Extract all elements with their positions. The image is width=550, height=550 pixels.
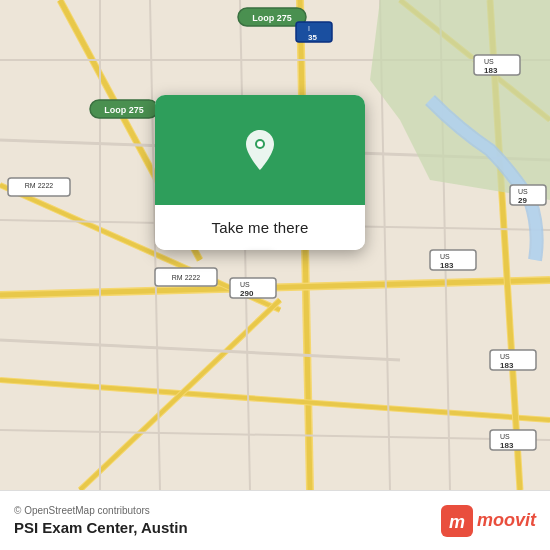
svg-text:m: m [449, 512, 465, 532]
svg-rect-49 [510, 185, 546, 205]
take-me-there-button[interactable]: Take me there [155, 205, 365, 250]
attribution-text: © OpenStreetMap contributors [14, 505, 188, 516]
svg-text:RM 2222: RM 2222 [25, 182, 54, 189]
svg-text:183: 183 [500, 361, 514, 370]
bottom-left: © OpenStreetMap contributors PSI Exam Ce… [14, 505, 188, 536]
location-name: PSI Exam Center, Austin [14, 519, 188, 536]
svg-text:35: 35 [308, 33, 317, 42]
moovit-text: moovit [477, 510, 536, 531]
svg-text:US: US [500, 353, 510, 360]
svg-text:US: US [518, 188, 528, 195]
popup-card: Take me there [155, 95, 365, 250]
svg-text:I: I [308, 25, 310, 32]
popup-green-area [155, 95, 365, 205]
svg-text:Loop 275: Loop 275 [104, 105, 144, 115]
svg-text:RM 2222: RM 2222 [172, 274, 201, 281]
moovit-brand-icon: m [441, 505, 473, 537]
map-container: Loop 275 US 183 Loop 275 RM 2222 RM 2222… [0, 0, 550, 490]
svg-text:US: US [240, 281, 250, 288]
bottom-bar: © OpenStreetMap contributors PSI Exam Ce… [0, 490, 550, 550]
location-pin-icon [236, 126, 284, 174]
svg-text:183: 183 [440, 261, 454, 270]
svg-text:183: 183 [500, 441, 514, 450]
svg-text:US: US [500, 433, 510, 440]
svg-text:US: US [440, 253, 450, 260]
svg-text:US: US [484, 58, 494, 65]
svg-text:Loop 275: Loop 275 [252, 13, 292, 23]
svg-text:29: 29 [518, 196, 527, 205]
svg-text:183: 183 [484, 66, 498, 75]
moovit-logo: m moovit [441, 505, 536, 537]
svg-text:290: 290 [240, 289, 254, 298]
svg-point-60 [257, 141, 263, 147]
